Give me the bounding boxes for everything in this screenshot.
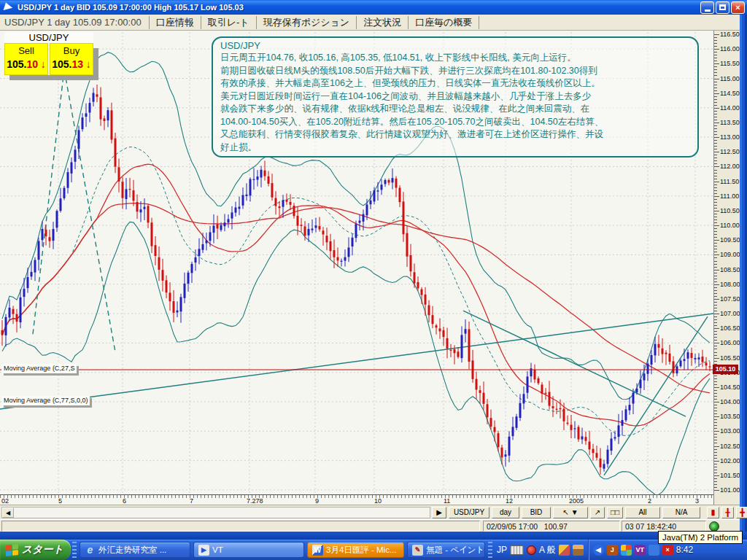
price-tick <box>714 69 717 70</box>
task-paint[interactable]: ✎無題 - ペイント <box>407 542 485 558</box>
horizontal-scrollbar[interactable]: ◀ <box>1 507 430 518</box>
messenger-icon[interactable] <box>621 545 632 556</box>
taskbar-separator <box>72 542 77 558</box>
annotation-title: USD/JPY <box>220 40 690 51</box>
price-tick <box>714 261 717 262</box>
language-jp-label[interactable]: JP <box>497 545 507 555</box>
price-tick <box>714 58 717 58</box>
window-right-border <box>740 15 747 540</box>
line-study-button[interactable]: ↗ <box>590 507 605 518</box>
vt-shield-icon[interactable]: VT <box>635 545 646 556</box>
task-vt-trader[interactable]: ▶VT <box>193 542 304 558</box>
ohlc-bar-button[interactable]: ╂ <box>721 507 734 518</box>
symbol-button[interactable]: USD/JPY <box>449 507 489 518</box>
price-tick <box>714 163 717 164</box>
menu-item-0[interactable]: 口座情報 <box>149 16 201 29</box>
price-tick <box>714 416 719 417</box>
price-axis-label: 108.50 <box>720 266 740 273</box>
price-tick <box>714 431 719 432</box>
price-tick <box>714 478 717 479</box>
price-tick <box>714 137 719 138</box>
status-price: 100.97 <box>544 522 568 531</box>
start-button[interactable]: スタート <box>0 540 71 560</box>
price-tick <box>714 340 717 341</box>
toolbox-icon[interactable] <box>573 545 584 556</box>
sell-button[interactable]: Sell 105.10 ↓ <box>4 43 48 75</box>
price-tick <box>714 322 717 323</box>
java-icon[interactable]: J <box>607 545 618 556</box>
all-button[interactable]: All <box>625 507 660 518</box>
tile-windows-button[interactable]: □□ <box>607 507 623 518</box>
task-word-document[interactable]: W3月4日匯評 - Mic... <box>307 542 404 558</box>
price-tick <box>714 143 717 144</box>
menu-item-1[interactable]: 取引レ-ト <box>201 16 256 29</box>
price-tick <box>714 487 717 488</box>
buy-button[interactable]: Buy 105.13 ↓ <box>50 43 93 75</box>
price-tick <box>714 208 717 209</box>
taskbar-clock[interactable]: 8:42 <box>676 545 693 555</box>
price-tick <box>714 387 719 388</box>
x-axis-label-7.278: 7.278 <box>247 497 263 505</box>
cursor-tool-dropdown[interactable]: ↖ ▼ <box>553 507 588 518</box>
price-axis-label: 112.50 <box>720 148 740 155</box>
price-tick <box>714 249 717 249</box>
annotation-line: 好止损。 <box>220 141 690 155</box>
network-icon[interactable] <box>649 545 659 556</box>
candle-chart-button[interactable]: ▮ <box>707 507 719 518</box>
annotation-line: 美元对日圆近段时间运行一直在104-106之间波动、并且波幅越来越小、几乎处于涨… <box>220 90 690 104</box>
status-empty-panel <box>1 521 480 532</box>
menu-item-4[interactable]: 口座毎の概要 <box>408 16 479 29</box>
hlc-bar-button[interactable]: ╋ <box>736 507 747 518</box>
language-bar[interactable]: JP A 般 <box>497 544 584 556</box>
price-axis-label: 114.50 <box>720 90 740 97</box>
menu-item-2[interactable]: 現存保有ポジション <box>256 16 357 29</box>
price-tick <box>714 290 717 291</box>
price-tick <box>714 90 717 91</box>
price-tick <box>714 243 717 244</box>
hide-icons-arrow-icon[interactable]: ◀ <box>593 545 604 556</box>
price-type-button[interactable]: BID <box>522 507 551 518</box>
price-tick <box>714 411 717 411</box>
word-icon: W <box>312 545 323 556</box>
taskbar-separator <box>488 542 492 558</box>
close-button[interactable]: × <box>731 1 745 14</box>
price-tick <box>714 152 719 152</box>
price-tick <box>714 311 717 311</box>
price-tick <box>714 205 717 206</box>
task-label: 外汇走势研究室 ... <box>98 545 166 556</box>
taskbar: スタート e外汇走势研究室 ...▶VTW3月4日匯評 - Mic...✎無題 … <box>0 540 747 560</box>
scroll-left-button[interactable]: ◀ <box>2 508 14 518</box>
price-tick <box>714 40 717 41</box>
menu-item-3[interactable]: 注文状況 <box>356 16 408 29</box>
price-tick <box>714 273 717 273</box>
price-tick <box>714 246 717 246</box>
price-tick <box>714 111 717 112</box>
ie-icon: e <box>85 545 96 556</box>
na-button[interactable]: N/A <box>662 507 700 518</box>
price-tick <box>714 396 717 397</box>
price-axis-label: 110.00 <box>720 222 740 229</box>
price-axis-label: 101.00 <box>720 486 740 494</box>
mouse-icon[interactable] <box>527 545 536 555</box>
keyboard-icon[interactable] <box>510 545 524 555</box>
palette-icon[interactable] <box>559 545 570 556</box>
price-tick <box>714 428 717 429</box>
timeframe-button[interactable]: day <box>492 507 519 518</box>
price-axis-label: 102.00 <box>720 457 740 464</box>
price-tick <box>714 437 717 438</box>
annotation-line: 104.00-104.50买入、在105.20附近结算。然后在105.20-10… <box>220 116 690 129</box>
price-tick <box>714 334 717 335</box>
price-tick <box>714 63 719 64</box>
task-forex-research[interactable]: e外汇走势研究室 ... <box>80 542 190 558</box>
disconnected-icon[interactable]: × <box>662 545 673 556</box>
ime-mode-label[interactable]: A 般 <box>539 544 556 556</box>
java-tooltip: Java(TM) 2 Platform <box>658 531 743 544</box>
price-tick <box>714 384 717 385</box>
x-axis-label-11: 11 <box>444 497 450 505</box>
current-price-badge: 105.10 <box>713 365 738 374</box>
minimize-button[interactable] <box>700 1 714 14</box>
maximize-button[interactable] <box>716 1 729 14</box>
price-tick <box>714 449 717 450</box>
price-axis-label: 104.00 <box>720 398 740 405</box>
scroll-right-button[interactable]: ▶ <box>432 507 446 518</box>
